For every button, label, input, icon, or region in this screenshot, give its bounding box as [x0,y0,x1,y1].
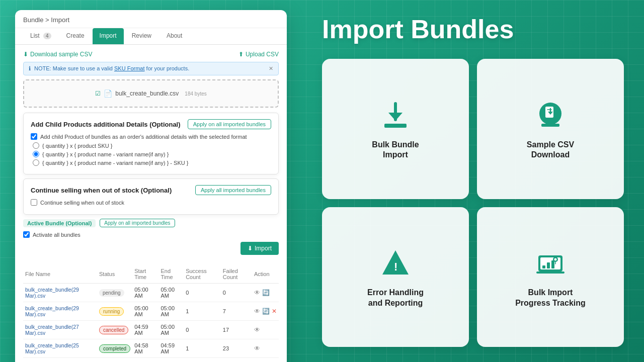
feature-csv-download: Sample CSVDownload [477,59,624,199]
cell-actions: 👁 [252,339,279,358]
cell-start: 04:59 AM [132,321,158,339]
cell-end: 04:59 AM [159,339,184,358]
cell-filename: bulk_create_bundle(29 Mar).csv [23,284,97,302]
apply-continue-btn[interactable]: Apply all imported bundles [195,185,271,195]
apply-active-btn[interactable]: Apply on all imported bundles [100,219,175,227]
cell-success: 1 [184,339,221,358]
feature-error-handling: ! Error Handlingand Reporting [322,207,469,347]
col-action: Action [252,265,279,284]
cell-failed: 23 [221,339,252,358]
continue-selling-label: Continue selling when out of stock [40,200,124,206]
upload-icon: ⬆ [238,51,244,58]
tab-import[interactable]: Import [93,28,124,44]
view-icon[interactable]: 👁 [254,326,260,333]
svg-rect-3 [541,124,559,127]
cell-failed: 7 [221,302,252,321]
file-size: 184 bytes [185,91,206,97]
import-icon: ⬇ [248,245,253,252]
table-row: bulk_create_bundle(29 Mar).csv pending 0… [23,284,279,302]
left-panel: Bundle > Import List 4 Create Import Rev… [0,0,302,362]
radio-name-variant-label: { quantity } x { product name - variant … [42,151,169,157]
cell-status: completed [97,339,132,358]
cell-start: 11:54 AM [132,358,158,363]
cell-success: 0 [184,284,221,302]
features-grid: Bulk BundleImport Sample [322,59,624,347]
child-product-checkbox[interactable] [31,133,37,140]
file-icon: 📄 [104,89,112,98]
view-icon[interactable]: 👁 [254,345,260,352]
file-name: bulk_create_bundle.csv [115,90,179,97]
svg-rect-0 [384,124,407,128]
cell-filename: bulk_create_bundle(25 Mar).csv [23,358,97,363]
content-area: ⬇ Download sample CSV ⬆ Upload CSV ℹ NOT… [15,45,287,362]
svg-text:!: ! [394,260,397,273]
notice-text: NOTE: Make sure to use a valid SKU Forma… [34,65,189,71]
cell-actions: 👁 [252,358,279,363]
cell-actions: 👁🔄 [252,284,279,302]
download-csv-link[interactable]: ⬇ Download sample CSV [23,51,92,58]
continue-selling-section: Continue selling when out of stock (Opti… [23,178,279,215]
active-bundle-badge: Active Bundle (Optional) [23,219,96,227]
main-title: Import Bundles [322,15,624,44]
right-panel: Import Bundles Bulk BundleImport [302,0,644,362]
cell-filename: bulk_create_bundle(29 Mar).csv [23,302,97,321]
cell-status: running [97,302,132,321]
cell-start: 05:00 AM [132,284,158,302]
cancel-icon[interactable]: ✕ [272,308,277,315]
refresh-icon[interactable]: 🔄 [262,289,270,296]
col-filename: File Name [23,265,97,284]
cell-failed: 0 [221,358,252,363]
upload-zone[interactable]: ☑ 📄 bulk_create_bundle.csv 184 bytes [23,79,279,108]
tab-list[interactable]: List 4 [23,28,58,44]
radio-sku[interactable] [33,142,39,149]
refresh-icon[interactable]: 🔄 [262,308,270,315]
child-products-title: Add Child Products additional Details (O… [31,121,181,128]
apply-child-btn[interactable]: Apply on all imported bundles [188,119,271,129]
csv-download-icon [532,98,569,134]
tab-review[interactable]: Review [125,28,158,44]
cell-failed: 17 [221,321,252,339]
cell-success: 1 [184,302,221,321]
activate-all-checkbox[interactable] [23,231,30,238]
feature-bulk-import: Bulk BundleImport [322,59,469,199]
cell-start: 05:00 AM [132,302,158,321]
cell-end: 05:00 AM [159,302,184,321]
checkbox-file: ☑ [95,90,101,97]
tab-create[interactable]: Create [59,28,92,44]
cell-end: 11:54 AM [159,358,184,363]
toolbar: ⬇ Download sample CSV ⬆ Upload CSV [23,51,279,58]
active-bundle-section: Active Bundle (Optional) Apply on all im… [23,219,279,227]
sku-format-link[interactable]: SKU Format [114,65,145,71]
svg-rect-9 [547,262,550,268]
view-icon[interactable]: 👁 [254,308,260,315]
notice-close[interactable]: ✕ [269,65,273,72]
cell-start: 04:58 AM [132,339,158,358]
continue-selling-checkbox[interactable] [31,199,37,206]
info-icon: ℹ [29,65,31,71]
csv-download-label: Sample CSVDownload [527,140,574,161]
bulk-import-label: Bulk BundleImport [372,140,419,161]
cell-actions: 👁 [252,321,279,339]
child-product-label: Add child Product of bundles as an order… [40,134,247,140]
radio-name-variant-sku[interactable] [33,159,39,166]
view-icon[interactable]: 👁 [254,289,260,296]
activate-all-label: Activate all bundles [33,232,80,238]
col-status: Status [97,265,132,284]
cell-status: cancelled [97,321,132,339]
feature-progress-tracking: Bulk ImportProgress Tracking [477,207,624,347]
svg-rect-7 [536,272,565,274]
upload-csv-link[interactable]: ⬆ Upload CSV [238,51,279,58]
continue-selling-title: Continue selling when out of stock (Opti… [31,187,172,194]
cell-success: 2 [184,358,221,363]
bulk-import-icon [377,98,414,134]
col-end: End Time [159,265,184,284]
import-button[interactable]: ⬇ Import [240,242,279,255]
radio-name-variant[interactable] [33,151,39,157]
cell-end: 05:00 AM [159,284,184,302]
error-handling-label: Error Handlingand Reporting [367,288,424,309]
tab-about[interactable]: About [159,28,189,44]
cell-status: pending [97,284,132,302]
col-start: Start Time [132,265,158,284]
progress-tracking-icon [532,245,569,282]
import-table: File Name Status Start Time End Time Suc… [23,265,279,362]
